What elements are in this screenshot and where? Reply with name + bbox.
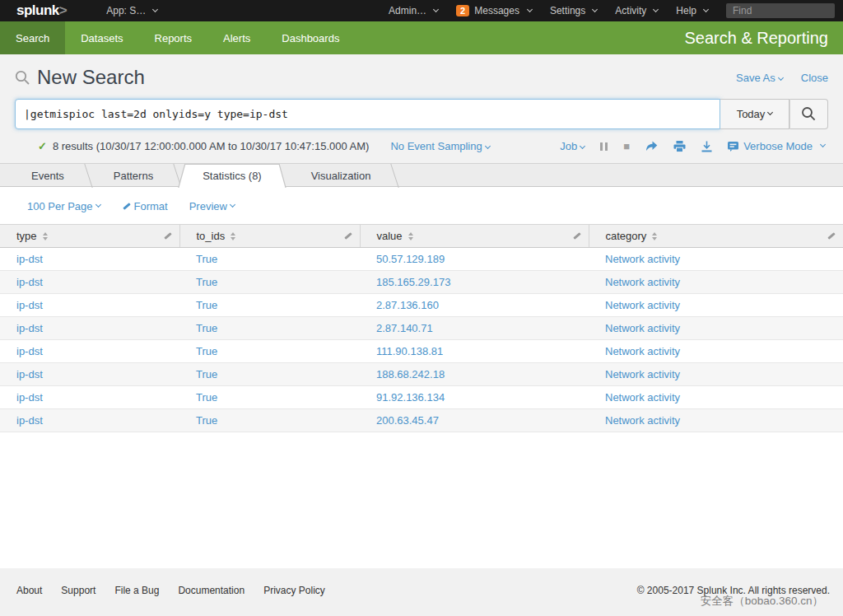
footer-link-privacy-policy[interactable]: Privacy Policy (263, 585, 325, 596)
cell-to-ids[interactable]: True (179, 317, 360, 340)
tab-visualization[interactable]: Visualization (286, 164, 396, 188)
column-header-type[interactable]: type (0, 225, 179, 248)
navbar-item-search[interactable]: Search (0, 21, 65, 54)
cell-to-ids[interactable]: True (179, 248, 360, 271)
sort-icon (652, 232, 657, 240)
search-mode-selector[interactable]: Verbose Mode (728, 140, 825, 152)
help-menu[interactable]: Help (676, 5, 708, 16)
cell-value[interactable]: 188.68.242.18 (360, 363, 589, 386)
cell-to-ids[interactable]: True (179, 340, 360, 363)
stop-button[interactable]: ■ (623, 142, 630, 151)
table-row: ip-dstTrue2.87.136.160Network activity (0, 294, 843, 317)
cell-type[interactable]: ip-dst (0, 248, 179, 271)
event-sampling-menu[interactable]: No Event Sampling (390, 140, 489, 152)
export-button[interactable] (701, 141, 712, 152)
cell-category[interactable]: Network activity (589, 294, 843, 317)
preview-selector[interactable]: Preview (189, 200, 235, 212)
navbar-item-alerts[interactable]: Alerts (207, 21, 266, 54)
cell-value[interactable]: 2.87.136.160 (360, 294, 589, 317)
chevron-down-icon (433, 6, 439, 12)
cell-type[interactable]: ip-dst (0, 317, 179, 340)
cell-value[interactable]: 2.87.140.71 (360, 317, 589, 340)
cell-value[interactable]: 200.63.45.47 (360, 409, 589, 432)
cell-type[interactable]: ip-dst (0, 340, 179, 363)
cell-to-ids[interactable]: True (179, 271, 360, 294)
footer-link-file-a-bug[interactable]: File a Bug (114, 585, 159, 596)
cell-to-ids[interactable]: True (179, 409, 360, 432)
tab-label: Visualization (311, 170, 371, 182)
edit-column-icon[interactable] (163, 231, 173, 240)
save-as-button[interactable]: Save As (736, 72, 783, 84)
edit-column-icon[interactable] (572, 231, 582, 240)
cell-category[interactable]: Network activity (589, 386, 843, 409)
search-query-input[interactable] (15, 99, 720, 129)
page-title: New Search (15, 66, 145, 89)
tab-patterns[interactable]: Patterns (89, 164, 178, 188)
edit-column-icon[interactable] (827, 231, 836, 240)
splunk-logo-text: splunk (16, 2, 59, 18)
navbar-item-reports[interactable]: Reports (139, 21, 208, 54)
splunk-logo[interactable]: splunk> (16, 2, 67, 19)
chevron-down-icon (230, 202, 235, 208)
chevron-down-icon (653, 6, 659, 12)
cell-category[interactable]: Network activity (589, 248, 843, 271)
print-button[interactable] (673, 141, 686, 152)
cell-value[interactable]: 185.165.29.173 (360, 271, 589, 294)
chevron-down-icon (527, 6, 533, 12)
search-submit-button[interactable] (789, 99, 828, 129)
tab-events[interactable]: Events (7, 164, 89, 188)
navbar-item-datasets[interactable]: Datasets (65, 21, 138, 54)
verbose-mode-icon (728, 142, 738, 152)
column-header-category[interactable]: category (589, 225, 843, 248)
close-button[interactable]: Close (801, 72, 828, 84)
pause-button[interactable] (600, 142, 608, 151)
messages-menu[interactable]: 2 Messages (456, 5, 532, 16)
cell-category[interactable]: Network activity (589, 363, 843, 386)
cell-category[interactable]: Network activity (589, 317, 843, 340)
share-button[interactable] (645, 141, 658, 152)
cell-type[interactable]: ip-dst (0, 294, 179, 317)
splunk-logo-caret: > (59, 2, 67, 18)
cell-category[interactable]: Network activity (589, 409, 843, 432)
column-label: category (606, 230, 647, 242)
edit-column-icon[interactable] (343, 231, 353, 240)
format-button[interactable]: Format (122, 200, 168, 212)
cell-to-ids[interactable]: True (179, 363, 360, 386)
help-menu-label: Help (676, 5, 696, 16)
cell-type[interactable]: ip-dst (0, 271, 179, 294)
cell-category[interactable]: Network activity (589, 340, 843, 363)
cell-type[interactable]: ip-dst (0, 386, 179, 409)
column-header-value[interactable]: value (360, 225, 589, 248)
export-download-icon (701, 141, 712, 152)
app-title: Search & Reporting (684, 29, 828, 48)
cell-type[interactable]: ip-dst (0, 363, 179, 386)
tab-statistics[interactable]: Statistics (8) (178, 164, 286, 188)
cell-to-ids[interactable]: True (179, 294, 360, 317)
time-range-picker[interactable]: Today (720, 99, 789, 129)
footer-link-documentation[interactable]: Documentation (178, 585, 245, 596)
cell-value[interactable]: 111.90.138.81 (360, 340, 589, 363)
cell-value[interactable]: 50.57.129.189 (360, 248, 589, 271)
app-menu[interactable]: App: S… (106, 5, 157, 16)
results-status-bar: ✓ 8 results (10/30/17 12:00:00.000 AM to… (15, 129, 828, 163)
job-menu[interactable]: Job (560, 140, 585, 152)
column-header-to-ids[interactable]: to_ids (179, 225, 360, 248)
statistics-panel: 100 Per Page Format Preview type to_ids … (0, 187, 843, 568)
cell-category[interactable]: Network activity (589, 271, 843, 294)
activity-menu[interactable]: Activity (615, 5, 658, 16)
footer-link-about[interactable]: About (16, 585, 42, 596)
preview-label: Preview (189, 200, 227, 212)
cell-type[interactable]: ip-dst (0, 409, 179, 432)
footer-links: About Support File a Bug Documentation P… (16, 585, 325, 596)
per-page-selector[interactable]: 100 Per Page (27, 200, 100, 212)
navbar-item-dashboards[interactable]: Dashboards (266, 21, 355, 54)
settings-menu[interactable]: Settings (550, 5, 597, 16)
stop-icon: ■ (623, 142, 630, 151)
cell-to-ids[interactable]: True (179, 386, 360, 409)
format-pencil-icon (122, 202, 132, 211)
footer-link-support[interactable]: Support (61, 585, 95, 596)
find-input[interactable] (726, 3, 835, 18)
cell-value[interactable]: 91.92.136.134 (360, 386, 589, 409)
admin-menu[interactable]: Admin… (389, 5, 438, 16)
job-menu-label: Job (560, 140, 577, 152)
